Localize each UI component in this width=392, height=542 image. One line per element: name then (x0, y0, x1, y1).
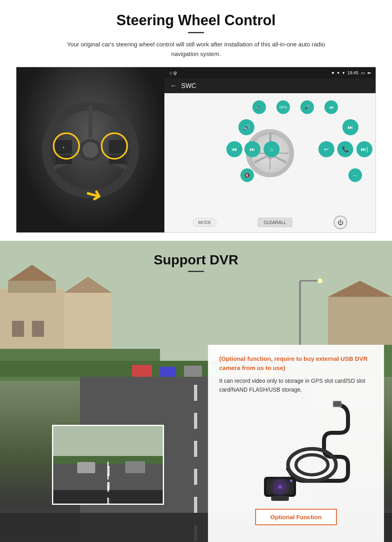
svg-rect-56 (53, 490, 164, 505)
dvr-section: Support DVR (Optional function, (0, 241, 392, 542)
mode-button[interactable]: MODE (193, 218, 216, 227)
prev-call-icon: ⏮ (329, 105, 334, 110)
svg-rect-54 (77, 462, 95, 473)
location-icon: ♥ (332, 70, 334, 75)
wifi-icon: ▾ (342, 70, 345, 76)
svg-rect-32 (194, 469, 197, 485)
steering-bg: + ➜ (16, 67, 164, 232)
svg-rect-70 (275, 500, 285, 501)
back-button-icon[interactable]: ← (170, 82, 177, 90)
back-nav-icon: ⬅ (367, 70, 371, 76)
svg-rect-22 (12, 321, 24, 337)
swc-ui-panel: ⌂ ψ ♥ ✦ ▾ 19:45 ▭ ⬅ ← SWC (164, 67, 376, 232)
svg-rect-30 (194, 413, 197, 429)
skip-end-btn[interactable]: ⏭| (356, 141, 372, 157)
svg-rect-51 (107, 466, 110, 476)
swc-section: Steering Wheel Control Your original car… (0, 0, 392, 241)
svg-text:+: + (62, 146, 64, 150)
svg-point-47 (318, 278, 322, 283)
swc-photo: + ➜ (16, 67, 164, 232)
dvr-title-area: Support DVR (0, 241, 392, 276)
vol-down-btn[interactable]: 🔉 (252, 100, 266, 114)
svg-point-58 (296, 455, 328, 475)
svg-rect-23 (32, 321, 44, 337)
next-btn[interactable]: ⏭ (342, 119, 358, 135)
vol-up-icon: 🔊 (243, 124, 250, 130)
dvr-info-card: (Optional function, require to buy exter… (208, 345, 384, 542)
dvr-inset-svg (53, 426, 164, 505)
svg-rect-20 (8, 281, 56, 293)
dvr-optional-text: (Optional function, require to buy exter… (219, 354, 373, 372)
svg-rect-37 (184, 366, 202, 377)
svg-rect-33 (194, 497, 197, 513)
dvr-inset-screenshot (52, 425, 164, 505)
svg-rect-29 (194, 385, 197, 401)
next-icon: ⏭ (348, 124, 353, 130)
swc-title-bar: ← SWC (164, 78, 376, 93)
swc-status-bar: ⌂ ψ ♥ ✦ ▾ 19:45 ▭ ⬅ (164, 67, 376, 78)
dvr-camera-svg (224, 401, 368, 501)
skip-end-icon: ⏭| (361, 146, 368, 152)
mic-icon: 🎤 (304, 105, 310, 110)
svg-rect-36 (160, 367, 176, 377)
call-icon: 📞 (342, 146, 349, 152)
dvr-desc-text: It can record video only to storage in G… (219, 376, 373, 394)
power-button[interactable]: ⏻ (334, 216, 347, 229)
prev-call-btn[interactable]: ⏮ (324, 100, 338, 114)
swc-title-divider (188, 32, 204, 33)
svg-rect-35 (132, 365, 152, 377)
dvr-title-divider (188, 271, 204, 272)
back-icon: ↩ (324, 146, 329, 152)
back-btn[interactable]: ↩ (318, 141, 334, 157)
fwd-btn[interactable]: ⏭ (244, 141, 260, 157)
mute-icon: 🔇 (244, 173, 250, 178)
swc-controls-area: 🔉 GPS 🎤 ⏮ 🔊 ⏭ (164, 93, 376, 213)
minus-icon: — (353, 173, 358, 178)
rew-icon: ⏮ (232, 146, 237, 152)
svg-point-68 (270, 477, 290, 496)
svg-rect-55 (125, 461, 145, 473)
dvr-camera-image (219, 401, 373, 501)
svg-rect-60 (334, 402, 341, 406)
bluetooth-icon: ✦ (336, 70, 340, 76)
rew-btn[interactable]: ⏮ (226, 141, 242, 157)
home-btn[interactable]: ⌂ (264, 141, 280, 157)
swc-image-container: + ➜ ⌂ ψ (16, 67, 376, 233)
time-display: 19:45 (347, 70, 358, 75)
minus-btn[interactable]: — (348, 168, 362, 182)
svg-rect-48 (53, 426, 164, 458)
vol-down-icon: 🔉 (256, 105, 262, 110)
battery-icon: ▭ (361, 70, 365, 76)
optional-function-button[interactable]: Optional Function (255, 509, 337, 525)
gps-btn[interactable]: GPS (276, 100, 290, 114)
clearall-button[interactable]: CLEARALL (258, 218, 292, 227)
swc-title: Steering Wheel Control (16, 12, 376, 29)
svg-line-15 (254, 156, 266, 162)
mute-btn[interactable]: 🔇 (240, 168, 254, 182)
svg-rect-8 (55, 155, 72, 164)
mic-btn[interactable]: 🎤 (300, 100, 314, 114)
svg-rect-31 (194, 441, 197, 457)
svg-point-5 (82, 142, 98, 158)
svg-rect-9 (109, 140, 126, 154)
call-btn[interactable]: 📞 (337, 141, 353, 157)
swc-bottom-bar: MODE CLEARALL ⏻ (164, 213, 376, 232)
gps-icon: GPS (279, 105, 287, 109)
svg-rect-50 (53, 456, 164, 464)
power-icon: ⏻ (338, 219, 343, 226)
fwd-icon: ⏭ (250, 146, 255, 152)
svg-line-16 (274, 156, 286, 162)
svg-point-71 (290, 480, 292, 482)
swc-screen-title: SWC (181, 82, 196, 90)
swc-subtitle: Your original car's steering wheel contr… (56, 40, 336, 59)
status-left-icons: ⌂ ψ (169, 70, 177, 76)
vol-up-btn[interactable]: 🔊 (238, 119, 254, 135)
svg-rect-10 (109, 155, 126, 164)
dvr-title: Support DVR (16, 252, 376, 268)
home-icon: ⌂ (270, 146, 273, 152)
status-right-area: ♥ ✦ ▾ 19:45 ▭ ⬅ (332, 70, 371, 76)
dvr-inset-inner (53, 426, 163, 504)
